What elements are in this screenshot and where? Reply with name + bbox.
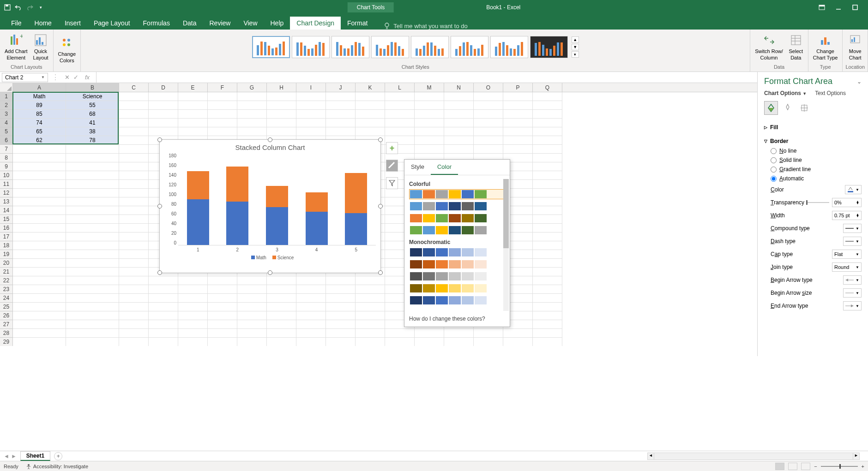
cell[interactable] — [533, 189, 562, 197]
col-header[interactable]: M — [415, 83, 444, 92]
cell[interactable]: 38 — [66, 127, 119, 136]
cell[interactable] — [385, 101, 415, 110]
change-colors-button[interactable]: Change Colors — [56, 35, 78, 64]
cell[interactable] — [503, 127, 533, 136]
cell[interactable] — [533, 294, 562, 303]
transparency-slider[interactable] — [806, 202, 829, 203]
cell[interactable] — [66, 294, 119, 303]
row-header[interactable]: 12 — [0, 189, 13, 197]
cell[interactable]: 74 — [13, 119, 66, 127]
cell[interactable] — [356, 127, 385, 136]
cell[interactable] — [444, 145, 474, 154]
cell[interactable] — [533, 338, 562, 346]
cell[interactable] — [503, 136, 533, 145]
gradient-line-radio[interactable]: Gradient line — [771, 165, 862, 174]
cell[interactable] — [178, 285, 208, 294]
cell[interactable] — [149, 294, 178, 303]
cell[interactable] — [356, 92, 385, 101]
end-arrow-type-picker[interactable]: ▼ — [843, 301, 862, 310]
cell[interactable] — [208, 285, 237, 294]
cell[interactable] — [66, 311, 119, 320]
cell[interactable] — [149, 127, 178, 136]
ribbon-display-icon[interactable] — [818, 4, 826, 11]
cell[interactable] — [533, 329, 562, 338]
cell[interactable] — [13, 294, 66, 303]
cell[interactable] — [503, 110, 533, 119]
cell[interactable] — [66, 206, 119, 215]
cell[interactable] — [208, 338, 237, 346]
cell[interactable] — [296, 92, 326, 101]
chart-plot-area[interactable]: 180160140120100806040200 — [160, 153, 380, 245]
sheet-nav-next-icon[interactable]: ► — [11, 453, 17, 459]
cell[interactable] — [444, 101, 474, 110]
cell[interactable] — [66, 171, 119, 180]
cell[interactable] — [533, 259, 562, 268]
cell[interactable] — [119, 241, 149, 250]
cell[interactable] — [296, 311, 326, 320]
save-icon[interactable] — [4, 4, 11, 11]
cell[interactable]: 55 — [66, 101, 119, 110]
cell[interactable] — [178, 311, 208, 320]
cell[interactable] — [326, 127, 356, 136]
row-header[interactable]: 21 — [0, 268, 13, 276]
cell[interactable] — [149, 329, 178, 338]
cell[interactable] — [178, 329, 208, 338]
cell[interactable] — [296, 329, 326, 338]
cell[interactable] — [119, 250, 149, 259]
cell[interactable] — [208, 311, 237, 320]
row-header[interactable]: 29 — [0, 338, 13, 346]
cell[interactable] — [267, 101, 296, 110]
cell[interactable] — [267, 338, 296, 346]
cell[interactable] — [178, 303, 208, 311]
no-line-radio[interactable]: NNo lineo line — [771, 146, 862, 155]
cell[interactable] — [13, 206, 66, 215]
cell[interactable] — [13, 338, 66, 346]
col-header[interactable]: L — [385, 83, 415, 92]
chevron-down-icon[interactable]: ▼ — [41, 75, 45, 79]
cell[interactable] — [503, 329, 533, 338]
customize-qat-icon[interactable]: ▾ — [37, 4, 44, 11]
cell[interactable] — [13, 215, 66, 224]
cell[interactable] — [13, 311, 66, 320]
cell[interactable] — [66, 285, 119, 294]
color-scheme-option[interactable] — [409, 283, 505, 293]
row-header[interactable]: 23 — [0, 285, 13, 294]
color-scheme-option[interactable] — [409, 225, 505, 235]
cell[interactable] — [208, 294, 237, 303]
cell[interactable] — [66, 162, 119, 171]
col-header[interactable]: P — [503, 83, 533, 92]
cell[interactable] — [503, 119, 533, 127]
cell[interactable] — [149, 276, 178, 285]
undo-icon[interactable] — [15, 4, 22, 11]
accessibility-status[interactable]: Accessibility: Investigate — [26, 464, 88, 469]
cell[interactable] — [267, 119, 296, 127]
cell[interactable] — [267, 311, 296, 320]
cap-type-select[interactable]: Flat▼ — [832, 250, 862, 259]
cell[interactable] — [533, 233, 562, 241]
cell[interactable] — [296, 303, 326, 311]
cell[interactable]: 89 — [13, 101, 66, 110]
effects-tab-icon[interactable] — [781, 101, 795, 115]
cell[interactable] — [296, 127, 326, 136]
color-scheme-option[interactable] — [409, 247, 505, 257]
row-header[interactable]: 10 — [0, 171, 13, 180]
cell[interactable] — [119, 145, 149, 154]
select-data-button[interactable]: Select Data — [787, 32, 805, 61]
cell[interactable] — [208, 320, 237, 329]
cell[interactable] — [208, 119, 237, 127]
cell[interactable] — [296, 294, 326, 303]
cell[interactable] — [415, 101, 444, 110]
cell[interactable] — [237, 303, 267, 311]
cell[interactable] — [326, 119, 356, 127]
row-header[interactable]: 2 — [0, 101, 13, 110]
row-header[interactable]: 20 — [0, 259, 13, 268]
tab-help[interactable]: Help — [264, 17, 290, 30]
cell[interactable] — [13, 180, 66, 189]
cell[interactable] — [119, 180, 149, 189]
page-break-view-button[interactable] — [801, 463, 810, 470]
cell[interactable] — [533, 154, 562, 162]
col-header[interactable]: D — [149, 83, 178, 92]
row-header[interactable]: 11 — [0, 180, 13, 189]
cell[interactable] — [237, 320, 267, 329]
cell[interactable] — [415, 119, 444, 127]
